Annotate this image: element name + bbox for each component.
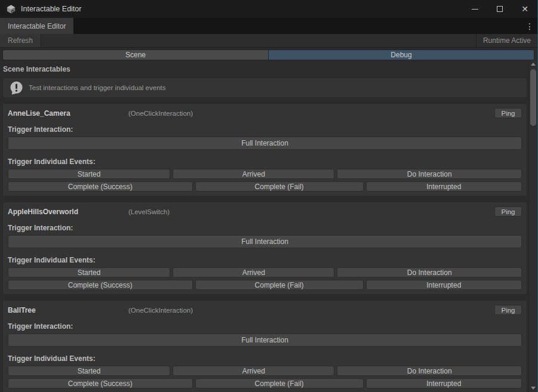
do-interaction-button[interactable]: Do Interaction (337, 267, 522, 277)
event-button-row: Started Arrived Do Interaction (8, 169, 522, 179)
event-button-row: Started Arrived Do Interaction (8, 267, 522, 277)
do-interaction-button[interactable]: Do Interaction (337, 366, 522, 376)
info-bubble-icon (9, 81, 24, 95)
scene-interactables-heading: Scene Interactables (3, 65, 527, 74)
event-button-row: Complete (Success) Complete (Fail) Inter… (8, 181, 522, 192)
event-button-row: Complete (Success) Complete (Fail) Inter… (8, 378, 522, 388)
interactable-name: BallTree (8, 306, 128, 314)
editor-tabbar: Interactable Editor ⋮ (0, 18, 537, 34)
complete-success-button[interactable]: Complete (Success) (8, 378, 193, 388)
section-header: BallTree (OneClickInteraction) Ping (8, 305, 522, 315)
ping-button[interactable]: Ping (494, 305, 522, 315)
complete-success-button[interactable]: Complete (Success) (8, 181, 193, 192)
minimize-icon (472, 9, 478, 10)
refresh-button[interactable]: Refresh (0, 34, 41, 47)
debug-tab-button[interactable]: Debug (268, 50, 534, 60)
section-header: AppleHillsOverworld (LevelSwitch) Ping (8, 206, 522, 217)
maximize-icon (497, 6, 503, 12)
interactable-type: (OneClickInteraction) (128, 307, 494, 314)
titlebar: Interactable Editor ✕ (0, 0, 537, 18)
full-interaction-button[interactable]: Full Interaction (8, 334, 522, 347)
trigger-interaction-label: Trigger Interaction: (8, 224, 522, 232)
complete-fail-button[interactable]: Complete (Fail) (195, 378, 364, 388)
interactable-name: AnneLise_Camera (8, 109, 128, 118)
maximize-button[interactable] (487, 0, 512, 18)
toolbar: Refresh Runtime Active (0, 34, 537, 48)
main-area: Scene Interactables Test interactions an… (0, 60, 537, 392)
interactable-name: AppleHillsOverworld (8, 208, 128, 216)
trigger-events-label: Trigger Individual Events: (8, 354, 522, 363)
interrupted-button[interactable]: Interrupted (366, 378, 522, 388)
started-button[interactable]: Started (8, 366, 170, 376)
interactable-editor-window: Interactable Editor ✕ Interactable Edito… (0, 0, 538, 392)
runtime-active-status: Runtime Active (476, 34, 537, 47)
trigger-interaction-label: Trigger Interaction: (8, 322, 522, 331)
trigger-events-label: Trigger Individual Events: (8, 158, 522, 166)
interrupted-button[interactable]: Interrupted (366, 280, 522, 290)
scene-tab-button[interactable]: Scene (2, 50, 268, 60)
do-interaction-button[interactable]: Do Interaction (337, 169, 522, 179)
info-helpbox: Test interactions and trigger individual… (2, 78, 527, 98)
scrollbar-track[interactable] (529, 68, 537, 384)
unity-cube-icon (6, 4, 16, 14)
vertical-scrollbar[interactable] (528, 60, 537, 392)
minimize-button[interactable] (462, 0, 487, 18)
started-button[interactable]: Started (8, 169, 170, 179)
trigger-interaction-label: Trigger Interaction: (8, 125, 522, 134)
event-button-row: Complete (Success) Complete (Fail) Inter… (8, 280, 522, 290)
interactable-section-annelise-camera: AnneLise_Camera (OneClickInteraction) Pi… (2, 103, 527, 196)
event-button-row: Started Arrived Do Interaction (8, 366, 522, 376)
trigger-events-label: Trigger Individual Events: (8, 256, 522, 264)
tab-label: Interactable Editor (8, 22, 66, 30)
window-title: Interactable Editor (21, 5, 81, 13)
scroll-up-button[interactable] (529, 60, 537, 68)
arrow-down-icon (531, 387, 536, 390)
arrived-button[interactable]: Arrived (173, 169, 334, 179)
full-interaction-button[interactable]: Full Interaction (8, 137, 522, 150)
arrow-up-icon (531, 63, 536, 66)
complete-fail-button[interactable]: Complete (Fail) (195, 280, 364, 290)
view-mode-tabs: Scene Debug (0, 48, 537, 60)
arrived-button[interactable]: Arrived (173, 267, 334, 277)
tab-kebab-menu-icon[interactable]: ⋮ (522, 18, 537, 34)
scrollbar-thumb[interactable] (530, 69, 536, 126)
interactable-section-applehills-overworld: AppleHillsOverworld (LevelSwitch) Ping T… (2, 202, 527, 295)
complete-fail-button[interactable]: Complete (Fail) (195, 181, 364, 192)
refresh-label: Refresh (8, 36, 33, 45)
interrupted-button[interactable]: Interrupted (366, 181, 522, 192)
arrived-button[interactable]: Arrived (173, 366, 334, 376)
close-icon: ✕ (521, 5, 528, 13)
interactable-type: (LevelSwitch) (128, 208, 494, 215)
complete-success-button[interactable]: Complete (Success) (8, 280, 193, 290)
info-message: Test interactions and trigger individual… (29, 84, 166, 91)
full-interaction-button[interactable]: Full Interaction (8, 235, 522, 248)
scroll-down-button[interactable] (529, 384, 537, 392)
scroll-area: Scene Interactables Test interactions an… (0, 60, 528, 392)
started-button[interactable]: Started (8, 267, 170, 277)
interactable-type: (OneClickInteraction) (128, 110, 494, 117)
interactable-section-balltree: BallTree (OneClickInteraction) Ping Trig… (2, 300, 527, 392)
ping-button[interactable]: Ping (494, 206, 522, 217)
tab-interactable-editor[interactable]: Interactable Editor (0, 18, 73, 34)
section-header: AnneLise_Camera (OneClickInteraction) Pi… (8, 108, 522, 118)
close-button[interactable]: ✕ (512, 0, 537, 18)
ping-button[interactable]: Ping (494, 108, 522, 118)
window-controls: ✕ (462, 0, 537, 18)
